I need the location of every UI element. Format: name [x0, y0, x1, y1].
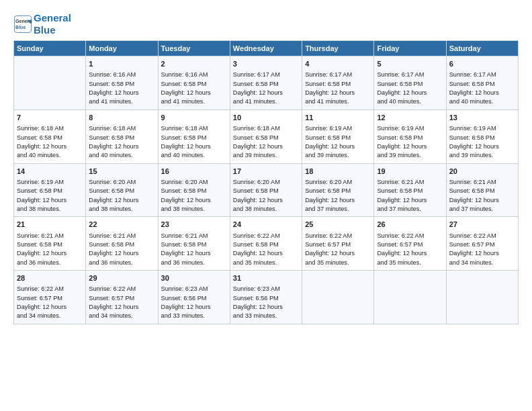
- calendar-cell: 7Sunrise: 6:18 AM Sunset: 6:58 PM Daylig…: [14, 109, 86, 163]
- calendar-cell: [446, 271, 518, 324]
- calendar-cell: 25Sunrise: 6:22 AM Sunset: 6:57 PM Dayli…: [302, 217, 374, 271]
- calendar-cell: 13Sunrise: 6:19 AM Sunset: 6:58 PM Dayli…: [446, 109, 518, 163]
- calendar-cell: 18Sunrise: 6:20 AM Sunset: 6:58 PM Dayli…: [302, 163, 374, 217]
- header: General Blue General Blue: [13, 12, 519, 36]
- calendar-cell: 23Sunrise: 6:21 AM Sunset: 6:58 PM Dayli…: [158, 217, 230, 271]
- day-number: 4: [305, 59, 371, 69]
- day-number: 5: [377, 59, 443, 69]
- day-number: 26: [377, 220, 443, 230]
- cell-content: Sunrise: 6:16 AM Sunset: 6:58 PM Dayligh…: [89, 71, 154, 106]
- cell-content: Sunrise: 6:17 AM Sunset: 6:58 PM Dayligh…: [233, 71, 299, 106]
- calendar-cell: 28Sunrise: 6:22 AM Sunset: 6:57 PM Dayli…: [14, 271, 86, 324]
- day-number: 13: [449, 113, 515, 123]
- day-number: 28: [17, 273, 83, 283]
- cell-content: Sunrise: 6:18 AM Sunset: 6:58 PM Dayligh…: [17, 124, 83, 160]
- cell-content: Sunrise: 6:21 AM Sunset: 6:58 PM Dayligh…: [161, 232, 227, 267]
- calendar-cell: 26Sunrise: 6:22 AM Sunset: 6:57 PM Dayli…: [374, 217, 446, 271]
- calendar-cell: [14, 56, 86, 110]
- day-number: 12: [377, 113, 443, 123]
- cell-content: Sunrise: 6:18 AM Sunset: 6:58 PM Dayligh…: [161, 124, 227, 160]
- calendar-week-0: 1Sunrise: 6:16 AM Sunset: 6:58 PM Daylig…: [14, 56, 519, 110]
- calendar-cell: 15Sunrise: 6:20 AM Sunset: 6:58 PM Dayli…: [86, 163, 158, 217]
- day-number: 25: [305, 220, 371, 230]
- calendar-cell: 31Sunrise: 6:23 AM Sunset: 6:56 PM Dayli…: [230, 271, 302, 324]
- cell-content: Sunrise: 6:19 AM Sunset: 6:58 PM Dayligh…: [377, 124, 443, 160]
- day-number: 16: [161, 167, 227, 177]
- cell-content: Sunrise: 6:16 AM Sunset: 6:58 PM Dayligh…: [161, 71, 227, 106]
- logo-icon: General Blue: [13, 15, 32, 34]
- calendar-cell: 29Sunrise: 6:22 AM Sunset: 6:57 PM Dayli…: [86, 271, 158, 324]
- day-number: 30: [161, 273, 227, 283]
- day-number: 9: [161, 113, 227, 123]
- calendar-cell: 9Sunrise: 6:18 AM Sunset: 6:58 PM Daylig…: [158, 109, 230, 163]
- calendar-week-1: 7Sunrise: 6:18 AM Sunset: 6:58 PM Daylig…: [14, 109, 519, 163]
- day-number: 24: [233, 220, 299, 230]
- calendar-cell: 2Sunrise: 6:16 AM Sunset: 6:58 PM Daylig…: [158, 56, 230, 110]
- cell-content: Sunrise: 6:20 AM Sunset: 6:58 PM Dayligh…: [305, 178, 371, 214]
- calendar-cell: 21Sunrise: 6:21 AM Sunset: 6:58 PM Dayli…: [14, 217, 86, 271]
- day-number: 20: [449, 167, 515, 177]
- cell-content: Sunrise: 6:22 AM Sunset: 6:57 PM Dayligh…: [377, 232, 443, 267]
- cell-content: Sunrise: 6:19 AM Sunset: 6:58 PM Dayligh…: [305, 124, 371, 160]
- cell-content: Sunrise: 6:18 AM Sunset: 6:58 PM Dayligh…: [233, 124, 299, 160]
- calendar-cell: 11Sunrise: 6:19 AM Sunset: 6:58 PM Dayli…: [302, 109, 374, 163]
- day-number: 19: [377, 167, 443, 177]
- day-number: 27: [449, 220, 515, 230]
- calendar-cell: 27Sunrise: 6:22 AM Sunset: 6:57 PM Dayli…: [446, 217, 518, 271]
- header-monday: Monday: [86, 41, 158, 56]
- calendar-table: SundayMondayTuesdayWednesdayThursdayFrid…: [13, 40, 519, 324]
- logo-general: General: [34, 12, 71, 24]
- calendar-cell: 1Sunrise: 6:16 AM Sunset: 6:58 PM Daylig…: [86, 56, 158, 110]
- calendar-cell: 16Sunrise: 6:20 AM Sunset: 6:58 PM Dayli…: [158, 163, 230, 217]
- day-number: 21: [17, 220, 83, 230]
- calendar-cell: 5Sunrise: 6:17 AM Sunset: 6:58 PM Daylig…: [374, 56, 446, 110]
- day-number: 2: [161, 59, 227, 69]
- day-number: 14: [17, 167, 83, 177]
- logo-blue: Blue: [34, 24, 56, 36]
- day-number: 18: [305, 167, 371, 177]
- svg-rect-0: [15, 16, 32, 33]
- calendar-cell: 3Sunrise: 6:17 AM Sunset: 6:58 PM Daylig…: [230, 56, 302, 110]
- day-number: 29: [89, 273, 154, 283]
- cell-content: Sunrise: 6:21 AM Sunset: 6:58 PM Dayligh…: [17, 232, 83, 267]
- cell-content: Sunrise: 6:19 AM Sunset: 6:58 PM Dayligh…: [17, 178, 83, 214]
- header-tuesday: Tuesday: [158, 41, 230, 56]
- calendar-cell: 12Sunrise: 6:19 AM Sunset: 6:58 PM Dayli…: [374, 109, 446, 163]
- day-number: 31: [233, 273, 299, 283]
- header-wednesday: Wednesday: [230, 41, 302, 56]
- calendar-week-2: 14Sunrise: 6:19 AM Sunset: 6:58 PM Dayli…: [14, 163, 519, 217]
- cell-content: Sunrise: 6:21 AM Sunset: 6:58 PM Dayligh…: [377, 178, 443, 214]
- header-saturday: Saturday: [446, 41, 518, 56]
- logo: General Blue General Blue: [13, 12, 71, 36]
- cell-content: Sunrise: 6:22 AM Sunset: 6:57 PM Dayligh…: [305, 232, 371, 267]
- day-number: 7: [17, 113, 83, 123]
- calendar-cell: 8Sunrise: 6:18 AM Sunset: 6:58 PM Daylig…: [86, 109, 158, 163]
- day-number: 11: [305, 113, 371, 123]
- calendar-cell: [302, 271, 374, 324]
- day-number: 17: [233, 167, 299, 177]
- cell-content: Sunrise: 6:21 AM Sunset: 6:58 PM Dayligh…: [89, 232, 154, 267]
- cell-content: Sunrise: 6:22 AM Sunset: 6:58 PM Dayligh…: [233, 232, 299, 267]
- calendar-cell: [374, 271, 446, 324]
- cell-content: Sunrise: 6:17 AM Sunset: 6:58 PM Dayligh…: [305, 71, 371, 106]
- calendar-cell: 6Sunrise: 6:17 AM Sunset: 6:58 PM Daylig…: [446, 56, 518, 110]
- cell-content: Sunrise: 6:17 AM Sunset: 6:58 PM Dayligh…: [449, 71, 515, 106]
- calendar-cell: 4Sunrise: 6:17 AM Sunset: 6:58 PM Daylig…: [302, 56, 374, 110]
- cell-content: Sunrise: 6:18 AM Sunset: 6:58 PM Dayligh…: [89, 124, 154, 160]
- cell-content: Sunrise: 6:17 AM Sunset: 6:58 PM Dayligh…: [377, 71, 443, 106]
- calendar-cell: 10Sunrise: 6:18 AM Sunset: 6:58 PM Dayli…: [230, 109, 302, 163]
- cell-content: Sunrise: 6:23 AM Sunset: 6:56 PM Dayligh…: [161, 285, 227, 320]
- calendar-header-row: SundayMondayTuesdayWednesdayThursdayFrid…: [14, 41, 519, 56]
- day-number: 10: [233, 113, 299, 123]
- cell-content: Sunrise: 6:22 AM Sunset: 6:57 PM Dayligh…: [17, 285, 83, 320]
- calendar-week-3: 21Sunrise: 6:21 AM Sunset: 6:58 PM Dayli…: [14, 217, 519, 271]
- day-number: 23: [161, 220, 227, 230]
- calendar-cell: 14Sunrise: 6:19 AM Sunset: 6:58 PM Dayli…: [14, 163, 86, 217]
- cell-content: Sunrise: 6:23 AM Sunset: 6:56 PM Dayligh…: [233, 285, 299, 320]
- day-number: 3: [233, 59, 299, 69]
- day-number: 8: [89, 113, 154, 123]
- header-sunday: Sunday: [14, 41, 86, 56]
- calendar-cell: 24Sunrise: 6:22 AM Sunset: 6:58 PM Dayli…: [230, 217, 302, 271]
- cell-content: Sunrise: 6:20 AM Sunset: 6:58 PM Dayligh…: [89, 178, 154, 214]
- day-number: 22: [89, 220, 154, 230]
